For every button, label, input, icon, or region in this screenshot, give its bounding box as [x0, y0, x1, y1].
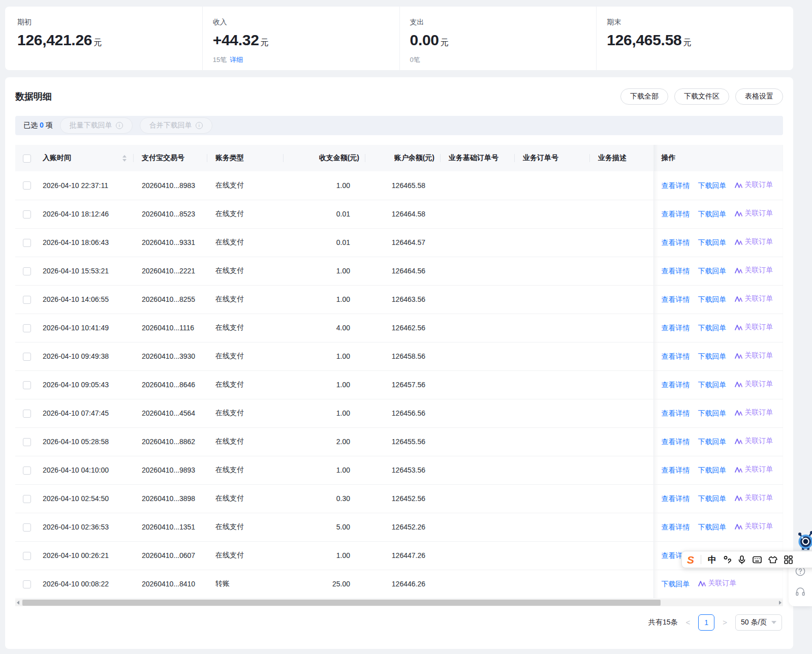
- row-checkbox[interactable]: [23, 324, 31, 332]
- col-transaction-no: 支付宝交易号: [134, 145, 207, 171]
- view-detail-link[interactable]: 查看详情: [662, 438, 690, 447]
- row-checkbox[interactable]: [23, 353, 31, 361]
- row-checkbox[interactable]: [23, 210, 31, 219]
- related-order-link[interactable]: 关联订单: [698, 579, 737, 588]
- download-all-button[interactable]: 下载全部: [620, 88, 668, 105]
- download-receipt-link[interactable]: 下载回单: [698, 438, 727, 447]
- related-order-link[interactable]: 关联订单: [735, 408, 773, 417]
- cell-base-order: [441, 228, 515, 257]
- scroll-left-arrow-icon[interactable]: [17, 601, 19, 605]
- download-receipt-link[interactable]: 下载回单: [698, 210, 727, 219]
- related-order-link[interactable]: 关联订单: [735, 437, 773, 446]
- scrollbar-thumb[interactable]: [22, 600, 661, 606]
- view-detail-link[interactable]: 查看详情: [662, 352, 690, 361]
- view-detail-link[interactable]: 查看详情: [662, 523, 690, 532]
- related-order-link[interactable]: 关联订单: [735, 323, 773, 332]
- related-order-link[interactable]: 关联订单: [735, 294, 773, 303]
- cell-amount: 1.00: [284, 257, 365, 285]
- view-detail-link[interactable]: 查看详情: [662, 267, 690, 276]
- download-receipt-link[interactable]: 下载回单: [698, 238, 727, 247]
- view-detail-link[interactable]: 查看详情: [662, 238, 690, 247]
- related-order-link[interactable]: 关联订单: [735, 237, 773, 246]
- scroll-right-arrow-icon[interactable]: [779, 601, 782, 605]
- view-detail-link[interactable]: 查看详情: [662, 210, 690, 219]
- row-checkbox[interactable]: [23, 410, 31, 418]
- skin-tshirt-icon[interactable]: [768, 556, 777, 564]
- download-receipt-link[interactable]: 下载回单: [698, 381, 727, 390]
- download-receipt-link[interactable]: 下载回单: [698, 523, 727, 532]
- related-order-link[interactable]: 关联订单: [735, 351, 773, 360]
- batch-download-button[interactable]: 批量下载回单i: [60, 117, 133, 134]
- download-receipt-link[interactable]: 下载回单: [698, 352, 727, 361]
- cell-actions: 查看详情下载回单关联订单: [653, 427, 783, 456]
- download-receipt-link[interactable]: 下载回单: [662, 580, 690, 589]
- row-checkbox[interactable]: [23, 466, 31, 475]
- row-checkbox[interactable]: [23, 181, 31, 190]
- view-detail-link[interactable]: 查看详情: [662, 324, 690, 333]
- row-checkbox[interactable]: [23, 381, 31, 389]
- view-detail-link[interactable]: 查看详情: [662, 181, 690, 191]
- related-order-link[interactable]: 关联订单: [735, 180, 773, 190]
- related-order-link[interactable]: 关联订单: [735, 209, 773, 218]
- select-all-checkbox[interactable]: [23, 154, 31, 163]
- download-receipt-link[interactable]: 下载回单: [698, 409, 727, 418]
- headphones-support-icon[interactable]: [795, 586, 805, 596]
- related-order-link[interactable]: 关联订单: [735, 465, 773, 474]
- view-detail-link[interactable]: 查看详情: [662, 409, 690, 418]
- row-checkbox[interactable]: [23, 523, 31, 532]
- related-order-link[interactable]: 关联订单: [735, 380, 773, 389]
- row-checkbox[interactable]: [23, 580, 31, 588]
- income-detail-link[interactable]: 详细: [230, 56, 243, 64]
- cell-balance: 126446.26: [365, 570, 441, 598]
- cell-actions: 查看详情下载回单关联订单: [653, 370, 783, 399]
- download-receipt-link[interactable]: 下载回单: [698, 466, 727, 475]
- view-detail-link[interactable]: 查看详情: [662, 466, 690, 475]
- summary-expense: 支出 0.00元 0笔: [399, 7, 597, 70]
- header-buttons: 下载全部 下载文件区 表格设置: [620, 88, 783, 105]
- row-checkbox[interactable]: [23, 267, 31, 275]
- toolbox-grid-icon[interactable]: [784, 555, 793, 564]
- download-receipt-link[interactable]: 下载回单: [698, 295, 727, 304]
- related-order-link[interactable]: 关联订单: [735, 493, 773, 503]
- ai-icon: [735, 211, 742, 216]
- page-size-select[interactable]: 50 条/页: [735, 614, 782, 631]
- download-receipt-link[interactable]: 下载回单: [698, 181, 727, 191]
- horizontal-scrollbar[interactable]: [15, 599, 783, 606]
- cell-order: [515, 200, 590, 228]
- download-receipt-link[interactable]: 下载回单: [698, 494, 727, 504]
- cell-desc: [590, 171, 653, 200]
- view-detail-link[interactable]: 查看详情: [662, 381, 690, 390]
- summary-opening-label: 期初: [17, 18, 192, 27]
- microphone-icon[interactable]: [738, 555, 746, 564]
- row-checkbox[interactable]: [23, 495, 31, 503]
- table-settings-button[interactable]: 表格设置: [735, 88, 783, 105]
- row-checkbox[interactable]: [23, 296, 31, 304]
- row-checkbox[interactable]: [23, 438, 31, 446]
- table-row: 2026-04-10 07:47:4520260410...4564在线支付1.…: [15, 399, 783, 427]
- download-receipt-link[interactable]: 下载回单: [698, 267, 727, 276]
- sort-icon[interactable]: [122, 155, 127, 162]
- download-receipt-link[interactable]: 下载回单: [698, 324, 727, 333]
- cell-account-type: 在线支付: [207, 541, 284, 570]
- merge-download-button[interactable]: 合并下载回单i: [140, 117, 212, 134]
- related-order-link[interactable]: 关联订单: [735, 266, 773, 275]
- cell-actions: 查看详情下载回单关联订单: [653, 257, 783, 285]
- keyboard-icon[interactable]: [753, 556, 762, 564]
- next-page-button[interactable]: >: [723, 618, 727, 627]
- assistant-robot-icon[interactable]: [795, 527, 812, 553]
- cell-balance: 126465.58: [365, 171, 441, 200]
- prev-page-button[interactable]: <: [685, 618, 690, 627]
- related-order-link[interactable]: 关联订单: [735, 522, 773, 531]
- row-checkbox[interactable]: [23, 552, 31, 560]
- cell-transaction-no: 20260410...9893: [134, 456, 207, 484]
- view-detail-link[interactable]: 查看详情: [662, 494, 690, 504]
- sogou-logo-icon[interactable]: S: [687, 554, 694, 565]
- punctuation-toggle-icon[interactable]: [723, 555, 731, 564]
- row-checkbox[interactable]: [23, 239, 31, 247]
- chinese-mode-toggle[interactable]: 中: [708, 555, 716, 564]
- cell-order: [515, 228, 590, 257]
- current-page-button[interactable]: 1: [698, 614, 714, 631]
- data-detail-panel: 数据明细 下载全部 下载文件区 表格设置 已选0项 批量下载回单i 合并下载回单…: [5, 77, 793, 649]
- view-detail-link[interactable]: 查看详情: [662, 295, 690, 304]
- download-files-button[interactable]: 下载文件区: [674, 88, 729, 105]
